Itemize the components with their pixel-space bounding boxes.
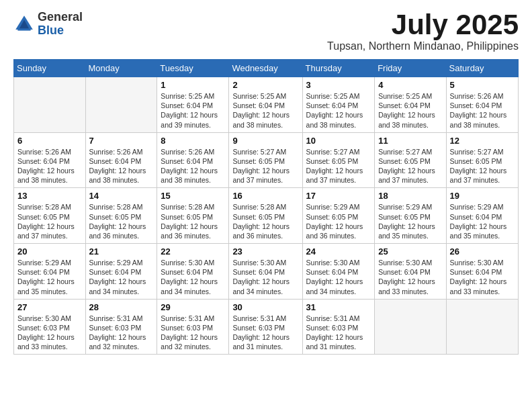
daylight-text: Daylight: 12 hours and 36 minutes. <box>306 222 363 240</box>
calendar-table: Sunday Monday Tuesday Wednesday Thursday… <box>13 59 519 355</box>
title-block: July 2025 Tupsan, Northern Mindanao, Phi… <box>327 11 519 52</box>
sunrise-text: Sunrise: 5:30 AM <box>161 259 214 267</box>
daylight-text: Daylight: 12 hours and 38 minutes. <box>450 111 507 128</box>
day-info: Sunrise: 5:29 AMSunset: 6:05 PMDaylight:… <box>378 202 442 240</box>
table-row: 22Sunrise: 5:30 AMSunset: 6:04 PMDayligh… <box>157 244 229 300</box>
day-info: Sunrise: 5:28 AMSunset: 6:05 PMDaylight:… <box>232 202 298 240</box>
daylight-text: Daylight: 12 hours and 36 minutes. <box>232 222 290 240</box>
sunrise-text: Sunrise: 5:27 AM <box>306 148 360 156</box>
day-info: Sunrise: 5:25 AMSunset: 6:04 PMDaylight:… <box>161 91 225 130</box>
day-info: Sunrise: 5:26 AMSunset: 6:04 PMDaylight:… <box>89 147 154 185</box>
calendar-week-row: 1Sunrise: 5:25 AMSunset: 6:04 PMDaylight… <box>14 77 519 133</box>
table-row <box>85 77 157 133</box>
sunrise-text: Sunrise: 5:31 AM <box>306 314 360 322</box>
day-number: 1 <box>161 80 225 90</box>
day-number: 6 <box>17 136 82 146</box>
day-info: Sunrise: 5:30 AMSunset: 6:03 PMDaylight:… <box>17 314 82 352</box>
table-row: 19Sunrise: 5:29 AMSunset: 6:04 PMDayligh… <box>446 188 518 244</box>
day-info: Sunrise: 5:29 AMSunset: 6:05 PMDaylight:… <box>306 202 371 240</box>
daylight-text: Daylight: 12 hours and 35 minutes. <box>378 222 435 240</box>
sunrise-text: Sunrise: 5:25 AM <box>161 92 214 100</box>
sunset-text: Sunset: 6:04 PM <box>161 101 213 109</box>
daylight-text: Daylight: 12 hours and 37 minutes. <box>450 167 507 184</box>
sunrise-text: Sunrise: 5:30 AM <box>232 259 286 267</box>
daylight-text: Daylight: 12 hours and 34 minutes. <box>232 277 290 295</box>
calendar-week-row: 20Sunrise: 5:29 AMSunset: 6:04 PMDayligh… <box>14 244 519 300</box>
sunrise-text: Sunrise: 5:29 AM <box>450 203 504 211</box>
daylight-text: Daylight: 12 hours and 34 minutes. <box>161 277 218 295</box>
day-number: 30 <box>232 302 298 312</box>
table-row: 14Sunrise: 5:28 AMSunset: 6:05 PMDayligh… <box>85 188 157 244</box>
daylight-text: Daylight: 12 hours and 35 minutes. <box>17 277 75 295</box>
table-row: 6Sunrise: 5:26 AMSunset: 6:04 PMDaylight… <box>14 132 86 188</box>
sunset-text: Sunset: 6:05 PM <box>378 157 431 165</box>
sunset-text: Sunset: 6:03 PM <box>306 324 359 332</box>
table-row: 17Sunrise: 5:29 AMSunset: 6:05 PMDayligh… <box>302 188 375 244</box>
sunset-text: Sunset: 6:04 PM <box>450 101 502 109</box>
day-info: Sunrise: 5:29 AMSunset: 6:04 PMDaylight:… <box>450 202 515 240</box>
daylight-text: Daylight: 12 hours and 37 minutes. <box>17 222 75 240</box>
logo-general-text: General <box>38 11 83 24</box>
day-info: Sunrise: 5:28 AMSunset: 6:05 PMDaylight:… <box>161 202 225 240</box>
day-info: Sunrise: 5:30 AMSunset: 6:04 PMDaylight:… <box>450 258 515 296</box>
table-row: 10Sunrise: 5:27 AMSunset: 6:05 PMDayligh… <box>302 132 375 188</box>
table-row: 13Sunrise: 5:28 AMSunset: 6:05 PMDayligh… <box>14 188 86 244</box>
sunrise-text: Sunrise: 5:25 AM <box>232 92 286 100</box>
sunrise-text: Sunrise: 5:30 AM <box>306 259 360 267</box>
day-info: Sunrise: 5:31 AMSunset: 6:03 PMDaylight:… <box>232 314 298 352</box>
logo-text: General Blue <box>38 11 83 38</box>
sunrise-text: Sunrise: 5:25 AM <box>378 92 432 100</box>
header-wednesday: Wednesday <box>229 60 302 77</box>
sunrise-text: Sunrise: 5:28 AM <box>161 203 214 211</box>
table-row: 25Sunrise: 5:30 AMSunset: 6:04 PMDayligh… <box>375 244 446 300</box>
sunset-text: Sunset: 6:04 PM <box>161 157 213 165</box>
table-row: 11Sunrise: 5:27 AMSunset: 6:05 PMDayligh… <box>375 132 446 188</box>
sunset-text: Sunset: 6:05 PM <box>232 213 285 221</box>
day-number: 14 <box>89 191 154 201</box>
sunrise-text: Sunrise: 5:27 AM <box>232 148 286 156</box>
sunset-text: Sunset: 6:03 PM <box>161 324 213 332</box>
header-monday: Monday <box>85 60 157 77</box>
logo-icon <box>13 13 35 35</box>
sunset-text: Sunset: 6:04 PM <box>232 101 285 109</box>
daylight-text: Daylight: 12 hours and 34 minutes. <box>306 277 363 295</box>
day-info: Sunrise: 5:27 AMSunset: 6:05 PMDaylight:… <box>232 147 298 185</box>
sunrise-text: Sunrise: 5:26 AM <box>161 148 214 156</box>
sunrise-text: Sunrise: 5:31 AM <box>232 314 286 322</box>
day-number: 27 <box>17 302 82 312</box>
calendar-week-row: 6Sunrise: 5:26 AMSunset: 6:04 PMDaylight… <box>14 132 519 188</box>
table-row: 8Sunrise: 5:26 AMSunset: 6:04 PMDaylight… <box>157 132 229 188</box>
day-info: Sunrise: 5:26 AMSunset: 6:04 PMDaylight:… <box>450 91 515 130</box>
daylight-text: Daylight: 12 hours and 39 minutes. <box>161 111 218 128</box>
svg-rect-2 <box>17 28 30 30</box>
sunset-text: Sunset: 6:04 PM <box>378 268 431 276</box>
sunrise-text: Sunrise: 5:26 AM <box>89 148 143 156</box>
sunset-text: Sunset: 6:04 PM <box>17 268 70 276</box>
sunrise-text: Sunrise: 5:29 AM <box>378 203 432 211</box>
sunrise-text: Sunrise: 5:31 AM <box>161 314 214 322</box>
day-info: Sunrise: 5:31 AMSunset: 6:03 PMDaylight:… <box>161 314 225 352</box>
sunrise-text: Sunrise: 5:30 AM <box>378 259 432 267</box>
daylight-text: Daylight: 12 hours and 37 minutes. <box>232 167 290 184</box>
sunset-text: Sunset: 6:05 PM <box>306 213 359 221</box>
daylight-text: Daylight: 12 hours and 38 minutes. <box>306 111 363 128</box>
sunset-text: Sunset: 6:04 PM <box>232 268 285 276</box>
sunset-text: Sunset: 6:03 PM <box>232 324 285 332</box>
table-row: 28Sunrise: 5:31 AMSunset: 6:03 PMDayligh… <box>85 299 157 355</box>
logo: General Blue <box>13 11 83 38</box>
month-title: July 2025 <box>327 11 519 39</box>
day-number: 22 <box>161 246 225 257</box>
header-saturday: Saturday <box>446 60 518 77</box>
table-row: 5Sunrise: 5:26 AMSunset: 6:04 PMDaylight… <box>446 77 518 133</box>
day-number: 5 <box>450 80 515 90</box>
sunset-text: Sunset: 6:03 PM <box>89 324 142 332</box>
sunset-text: Sunset: 6:05 PM <box>17 213 70 221</box>
table-row: 16Sunrise: 5:28 AMSunset: 6:05 PMDayligh… <box>229 188 302 244</box>
day-number: 7 <box>89 136 154 146</box>
table-row: 9Sunrise: 5:27 AMSunset: 6:05 PMDaylight… <box>229 132 302 188</box>
sunrise-text: Sunrise: 5:27 AM <box>378 148 432 156</box>
calendar-week-row: 27Sunrise: 5:30 AMSunset: 6:03 PMDayligh… <box>14 299 519 355</box>
day-info: Sunrise: 5:27 AMSunset: 6:05 PMDaylight:… <box>378 147 442 185</box>
table-row: 23Sunrise: 5:30 AMSunset: 6:04 PMDayligh… <box>229 244 302 300</box>
table-row: 30Sunrise: 5:31 AMSunset: 6:03 PMDayligh… <box>229 299 302 355</box>
